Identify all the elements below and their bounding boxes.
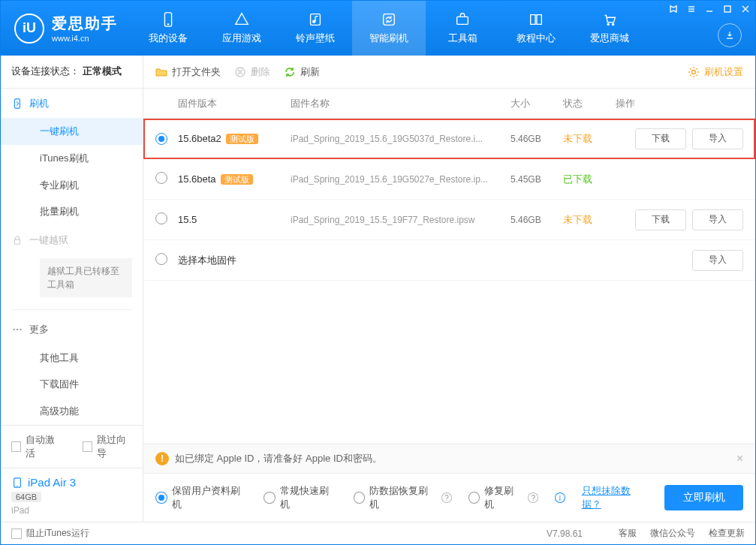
refresh-button[interactable]: 刷新 — [284, 65, 320, 79]
svg-point-17 — [692, 70, 696, 74]
nav-flash[interactable]: 智能刷机 — [352, 1, 426, 56]
row-radio[interactable] — [155, 172, 167, 184]
sidebar-group-flash[interactable]: 刷机 — [1, 89, 143, 119]
row-radio[interactable] — [155, 133, 167, 145]
auto-activate-row: 自动激活 跳过向导 — [11, 433, 132, 460]
svg-point-15 — [17, 485, 17, 486]
close-icon[interactable] — [740, 4, 751, 14]
import-button[interactable]: 导入 — [692, 128, 743, 149]
nav-ringtone[interactable]: 铃声壁纸 — [279, 1, 352, 56]
open-folder-button[interactable]: 打开文件夹 — [155, 65, 221, 79]
firmware-size: 5.46GB — [511, 134, 563, 144]
flash-settings-button[interactable]: 刷机设置 — [688, 65, 743, 79]
row-radio[interactable] — [155, 253, 167, 265]
import-button[interactable]: 导入 — [692, 209, 743, 230]
status-bar: 阻止iTunes运行 V7.98.61 客服 微信公众号 检查更新 — [1, 522, 755, 544]
svg-rect-8 — [724, 6, 730, 12]
firmware-status: 未下载 — [563, 132, 616, 146]
warning-icon: ! — [155, 452, 169, 465]
sidebar-item-dlfw[interactable]: 下载固件 — [1, 372, 143, 399]
app-header: iU 爱思助手 www.i4.cn 我的设备 应用游戏 铃声壁纸 智能刷机 工具… — [1, 1, 755, 56]
notice-close-button[interactable]: × — [736, 452, 743, 465]
nav-apps[interactable]: 应用游戏 — [205, 1, 279, 56]
firmware-name: iPad_Spring_2019_15.5_19F77_Restore.ipsw — [291, 215, 511, 225]
sidebar-item-oneclick[interactable]: 一键刷机 — [1, 118, 143, 145]
download-manager-button[interactable] — [718, 23, 742, 47]
firmware-row[interactable]: 15.6beta2测试版iPad_Spring_2019_15.6_19G503… — [143, 119, 755, 159]
sidebar-group-more[interactable]: 更多 — [1, 315, 143, 345]
apps-icon — [233, 11, 250, 28]
status-update[interactable]: 检查更新 — [709, 527, 745, 540]
download-button[interactable]: 下载 — [635, 128, 686, 149]
firmware-status: 未下载 — [563, 213, 616, 227]
svg-point-13 — [20, 329, 21, 330]
beta-tag: 测试版 — [221, 174, 253, 185]
logo-icon: iU — [14, 14, 44, 44]
nav-tutorial[interactable]: 教程中心 — [499, 1, 573, 56]
refresh-toolbar-icon — [284, 66, 296, 78]
jailbreak-moved-note: 越狱工具已转移至工具箱 — [40, 258, 132, 297]
status-wechat[interactable]: 微信公众号 — [650, 527, 695, 540]
svg-point-1 — [167, 24, 169, 26]
top-nav: 我的设备 应用游戏 铃声壁纸 智能刷机 工具箱 教程中心 爱思商城 — [131, 1, 646, 56]
firmware-size: 5.45GB — [511, 174, 563, 185]
erase-data-link[interactable]: 只想抹除数据？ — [582, 484, 648, 511]
sidebar-item-itunes[interactable]: iTunes刷机 — [1, 145, 143, 172]
opt-repair[interactable]: 修复刷机? — [468, 484, 538, 511]
svg-rect-10 — [15, 239, 20, 244]
help-icon[interactable]: ? — [528, 492, 538, 503]
svg-point-12 — [17, 329, 18, 330]
opt-keep-data[interactable]: 保留用户资料刷机 — [155, 484, 247, 511]
skip-guide-checkbox[interactable] — [83, 441, 92, 452]
firmware-name: iPad_Spring_2019_15.6_19G5027e_Restore.i… — [291, 174, 511, 185]
opt-quick[interactable]: 常规快速刷机 — [264, 484, 336, 511]
book-icon — [528, 11, 544, 28]
phone-icon — [160, 11, 176, 28]
skin-icon[interactable] — [668, 4, 679, 14]
app-logo: iU 爱思助手 www.i4.cn — [1, 14, 131, 44]
svg-point-6 — [607, 23, 610, 26]
toolbar: 打开文件夹 删除 刷新 刷机设置 — [143, 56, 755, 89]
firmware-row[interactable]: 15.5iPad_Spring_2019_15.5_19F77_Restore.… — [143, 200, 755, 240]
sidebar-item-othertools[interactable]: 其他工具 — [1, 345, 143, 372]
beta-tag: 测试版 — [226, 134, 258, 144]
maximize-icon[interactable] — [722, 4, 733, 14]
start-flash-button[interactable]: 立即刷机 — [664, 485, 743, 510]
svg-rect-4 — [384, 14, 395, 26]
nav-store[interactable]: 爱思商城 — [573, 1, 646, 56]
app-domain: www.i4.cn — [52, 34, 118, 43]
status-support[interactable]: 客服 — [619, 527, 637, 540]
info-icon[interactable]: i — [555, 492, 565, 503]
menu-icon[interactable] — [686, 4, 697, 14]
firmware-status: 已下载 — [563, 173, 616, 186]
window-controls — [668, 4, 751, 14]
minimize-icon[interactable] — [704, 4, 715, 14]
gear-icon — [688, 66, 700, 78]
nav-my-device[interactable]: 我的设备 — [131, 1, 205, 56]
import-button[interactable]: 导入 — [692, 250, 743, 271]
sidebar-group-jailbreak: 一键越狱 — [1, 225, 143, 255]
tablet-icon — [11, 477, 23, 489]
firmware-row[interactable]: 选择本地固件导入 — [143, 240, 755, 281]
refresh-icon — [381, 11, 397, 28]
device-card[interactable]: iPad Air 3 64GB iPad — [1, 468, 143, 522]
sidebar-item-advanced[interactable]: 高级功能 — [1, 398, 143, 425]
music-icon — [307, 11, 324, 28]
firmware-row[interactable]: 15.6beta测试版iPad_Spring_2019_15.6_19G5027… — [143, 159, 755, 200]
table-header: 固件版本 固件名称 大小 状态 操作 — [143, 89, 755, 119]
opt-antirecovery[interactable]: 防数据恢复刷机? — [354, 484, 452, 511]
nav-toolbox[interactable]: 工具箱 — [426, 1, 499, 56]
help-icon[interactable]: ? — [441, 492, 452, 503]
lock-icon — [11, 234, 23, 246]
sidebar-item-pro[interactable]: 专业刷机 — [1, 172, 143, 199]
cart-icon — [601, 11, 618, 28]
auto-activate-checkbox[interactable] — [11, 441, 21, 452]
delete-button: 删除 — [234, 65, 270, 79]
row-radio[interactable] — [155, 212, 167, 224]
more-icon — [11, 324, 23, 336]
download-button[interactable]: 下载 — [635, 209, 686, 230]
sidebar-item-batch[interactable]: 批量刷机 — [1, 199, 143, 226]
block-itunes-checkbox[interactable] — [11, 528, 22, 539]
appleid-notice: ! 如已绑定 Apple ID，请准备好 Apple ID和密码。 × — [143, 444, 755, 474]
storage-badge: 64GB — [11, 492, 41, 502]
